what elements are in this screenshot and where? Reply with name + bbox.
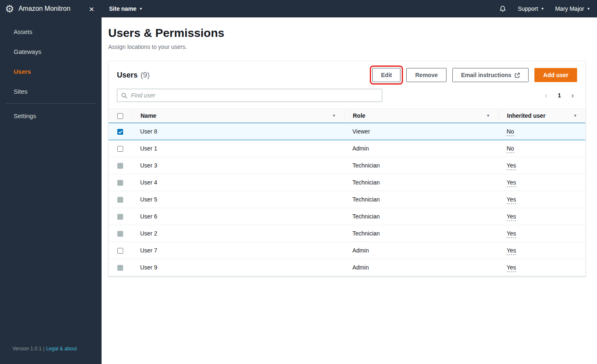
- sort-caret-icon: ▼: [573, 114, 577, 118]
- sidebar-nav: Assets Gateways Users Sites Settings: [0, 17, 102, 126]
- cell-name: User 6: [132, 208, 344, 225]
- cell-name: User 2: [132, 225, 344, 242]
- site-name-dropdown[interactable]: Site name ▾: [109, 5, 142, 12]
- external-link-icon: [514, 73, 520, 78]
- inherited-value[interactable]: Yes: [507, 230, 516, 238]
- inherited-value[interactable]: Yes: [507, 247, 516, 255]
- user-menu[interactable]: Mary Major ▾: [555, 5, 590, 12]
- table-row[interactable]: User 2 Technician Yes: [109, 225, 585, 242]
- table-row[interactable]: User 8 Viewer No: [109, 123, 585, 140]
- page-subtitle: Assign locations to your users.: [108, 44, 597, 50]
- panel-count: (9): [141, 71, 150, 80]
- cell-role: Technician: [344, 191, 498, 208]
- cell-name: User 3: [132, 157, 344, 174]
- sidebar-footer: Version 1.0.1|Legal & about: [12, 346, 77, 352]
- cell-role: Technician: [344, 157, 498, 174]
- row-checkbox[interactable]: [117, 248, 123, 254]
- sidebar-header: ⚙ Amazon Monitron ×: [0, 0, 102, 17]
- table-header-row: Name ▼ Role ▼ Inherited user ▼: [109, 109, 585, 123]
- notifications-bell-icon[interactable]: [499, 5, 506, 12]
- inherited-value[interactable]: Yes: [507, 213, 516, 221]
- cell-inherited: Yes: [498, 225, 585, 242]
- search-icon: [121, 92, 127, 99]
- row-checkbox: [117, 180, 123, 186]
- table-row[interactable]: User 7 Admin Yes: [109, 242, 585, 259]
- pagination-next-icon[interactable]: ›: [568, 91, 577, 100]
- table-row[interactable]: User 3 Technician Yes: [109, 157, 585, 174]
- legal-about-link[interactable]: Legal & about: [46, 346, 77, 352]
- cell-name: User 7: [132, 242, 344, 259]
- row-checkbox[interactable]: [117, 129, 123, 135]
- email-instructions-button[interactable]: Email instructions: [452, 68, 529, 82]
- find-user-input[interactable]: [130, 92, 378, 99]
- table-row[interactable]: User 1 Admin No: [109, 140, 585, 157]
- sidebar: ⚙ Amazon Monitron × Assets Gateways User…: [0, 0, 102, 364]
- cell-inherited: Yes: [498, 157, 585, 174]
- add-user-button[interactable]: Add user: [534, 68, 577, 82]
- row-checkbox: [117, 265, 123, 271]
- topbar-right: Support ▾ Mary Major ▾: [499, 5, 590, 12]
- sidebar-item-assets[interactable]: Assets: [0, 22, 102, 41]
- sidebar-item-gateways[interactable]: Gateways: [0, 41, 102, 61]
- close-sidebar-icon[interactable]: ×: [89, 5, 94, 13]
- inherited-value[interactable]: No: [507, 145, 514, 153]
- cell-inherited: Yes: [498, 208, 585, 225]
- column-header-inherited-user[interactable]: Inherited user ▼: [498, 109, 585, 123]
- row-checkbox: [117, 163, 123, 169]
- email-instructions-label: Email instructions: [461, 72, 511, 78]
- footer-separator: |: [43, 346, 44, 352]
- cell-role: Viewer: [344, 123, 498, 140]
- column-label: Role: [353, 112, 365, 119]
- select-all-checkbox[interactable]: [117, 113, 123, 119]
- cell-role: Admin: [344, 140, 498, 157]
- pagination: ‹ 1 ›: [541, 91, 577, 100]
- inherited-value[interactable]: No: [507, 128, 514, 136]
- sidebar-divider: [6, 103, 96, 104]
- pagination-prev-icon[interactable]: ‹: [541, 91, 551, 100]
- app-logo-gear-icon: ⚙: [5, 4, 14, 14]
- cell-inherited: Yes: [498, 191, 585, 208]
- table-row[interactable]: User 6 Technician Yes: [109, 208, 585, 225]
- row-checkbox: [117, 231, 123, 237]
- row-checkbox[interactable]: [117, 146, 123, 152]
- version-label: Version 1.0.1: [12, 346, 41, 352]
- caret-down-icon: ▾: [140, 7, 142, 11]
- table-row[interactable]: User 4 Technician Yes: [109, 174, 585, 191]
- sidebar-item-users[interactable]: Users: [0, 61, 102, 81]
- users-panel: Users (9) Edit Remove Email instructions: [108, 61, 586, 277]
- users-table-body: User 8 Viewer No User 1 Admin No User 3 …: [109, 123, 585, 276]
- panel-actions: Edit Remove Email instructions Add user: [372, 68, 577, 82]
- cell-name: User 5: [132, 191, 344, 208]
- sidebar-item-sites[interactable]: Sites: [0, 81, 102, 101]
- table-row[interactable]: User 9 Admin Yes: [109, 259, 585, 276]
- inherited-value[interactable]: Yes: [507, 196, 516, 204]
- inherited-value[interactable]: Yes: [507, 162, 516, 170]
- cell-inherited: No: [498, 123, 585, 140]
- app-title: Amazon Monitron: [18, 5, 85, 12]
- inherited-value[interactable]: Yes: [507, 264, 516, 272]
- main-content: Users & Permissions Assign locations to …: [102, 17, 597, 364]
- caret-down-icon: ▾: [587, 7, 590, 11]
- search-box: [117, 89, 382, 102]
- cell-name: User 9: [132, 259, 344, 276]
- cell-role: Technician: [344, 174, 498, 191]
- pagination-page-1[interactable]: 1: [554, 92, 564, 99]
- column-header-name[interactable]: Name ▼: [132, 109, 344, 123]
- table-row[interactable]: User 5 Technician Yes: [109, 191, 585, 208]
- column-label: Inherited user: [507, 112, 546, 119]
- column-header-role[interactable]: Role ▼: [344, 109, 498, 123]
- edit-button[interactable]: Edit: [372, 68, 400, 82]
- cell-inherited: Yes: [498, 242, 585, 259]
- remove-button[interactable]: Remove: [406, 68, 446, 82]
- cell-role: Admin: [344, 259, 498, 276]
- site-name-label: Site name: [109, 5, 136, 12]
- user-name-label: Mary Major: [555, 5, 584, 12]
- inherited-value[interactable]: Yes: [507, 179, 516, 187]
- sidebar-item-settings[interactable]: Settings: [0, 106, 102, 126]
- caret-down-icon: ▾: [541, 7, 544, 11]
- sort-caret-icon: ▼: [332, 114, 336, 118]
- users-panel-header: Users (9) Edit Remove Email instructions: [109, 61, 585, 109]
- sort-caret-icon: ▼: [486, 114, 490, 118]
- row-checkbox: [117, 214, 123, 220]
- support-menu[interactable]: Support ▾: [518, 5, 544, 12]
